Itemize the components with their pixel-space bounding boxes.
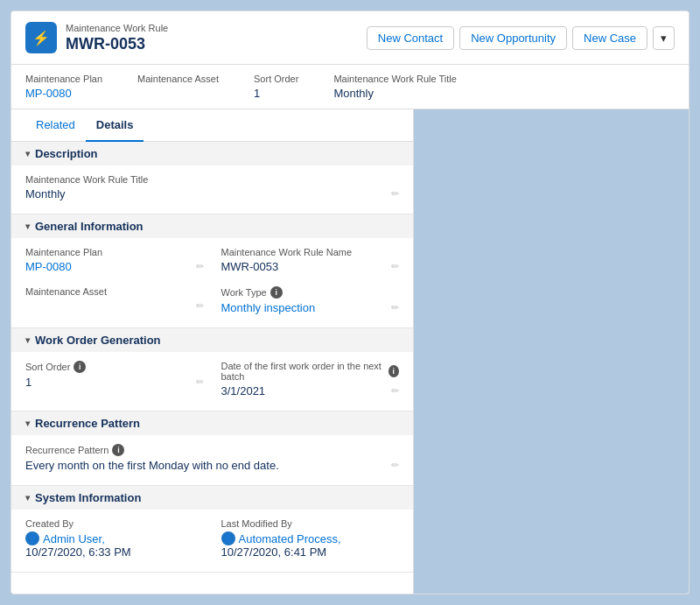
highlight-work-rule-title: Maintenance Work Rule Title Monthly	[333, 74, 456, 100]
section-system-info-title: System Information	[35, 491, 141, 504]
field-first-work-order-date: Date of the first work order in the next…	[221, 361, 400, 402]
field-maintenance-asset-label: Maintenance Asset	[25, 286, 204, 297]
section-work-order-header[interactable]: ▾ Work Order Generation	[11, 328, 413, 352]
field-maintenance-asset-value: ✏	[25, 299, 204, 317]
header-actions: New Contact New Opportunity New Case ▾	[367, 26, 675, 50]
section-recurrence-body: Recurrence Pattern i Every month on the …	[11, 435, 413, 485]
created-by-date: 10/27/2020, 6:33 PM	[25, 545, 131, 559]
field-maintenance-plan-value[interactable]: MP-0080 ✏	[25, 260, 204, 278]
avatar-icon: 👤	[221, 531, 235, 545]
field-sort-order-label: Sort Order i	[25, 361, 204, 373]
field-modified-by-label: Last Modified By	[221, 518, 400, 529]
section-system-info-header[interactable]: ▾ System Information	[11, 486, 413, 510]
section-description-header[interactable]: ▾ Description	[11, 142, 413, 165]
chevron-icon: ▾	[25, 149, 30, 158]
section-general-info-body: Maintenance Plan MP-0080 ✏ Maintenance W…	[11, 238, 413, 327]
field-modified-by: Last Modified By 👤 Automated Process, 10…	[221, 518, 400, 563]
app-icon: ⚡	[25, 22, 57, 53]
chevron-icon: ▾	[25, 222, 30, 231]
field-first-work-order-date-label: Date of the first work order in the next…	[221, 361, 400, 382]
highlight-sort-value: 1	[254, 87, 298, 100]
field-maintenance-plan: Maintenance Plan MP-0080 ✏	[25, 247, 204, 278]
section-general-info-header[interactable]: ▾ General Information	[11, 215, 413, 238]
highlight-maintenance-asset: Maintenance Asset	[137, 74, 219, 100]
highlight-sort-order: Sort Order 1	[254, 74, 298, 100]
field-work-rule-title: Maintenance Work Rule Title Monthly ✏	[25, 174, 399, 205]
highlights-bar: Maintenance Plan MP-0080 Maintenance Ass…	[11, 65, 689, 109]
field-work-rule-title-label: Maintenance Work Rule Title	[25, 174, 399, 185]
edit-icon[interactable]: ✏	[196, 376, 204, 388]
field-work-rule-name: Maintenance Work Rule Name MWR-0053 ✏	[221, 247, 400, 278]
section-description-title: Description	[35, 147, 98, 160]
field-recurrence-pattern-value: Every month on the first Monday with no …	[25, 459, 399, 476]
edit-icon[interactable]: ✏	[391, 188, 399, 200]
highlight-asset-value	[137, 87, 219, 100]
field-created-by-label: Created By	[25, 518, 204, 529]
record-name: MWR-0053	[66, 35, 168, 53]
section-system-info: ▾ System Information Created By 👤 Admin …	[11, 486, 413, 573]
section-recurrence-header[interactable]: ▾ Recurrence Pattern	[11, 412, 413, 435]
field-created-by-value: 👤 Admin User, 10/27/2020, 6:33 PM	[25, 531, 204, 563]
field-work-type-value[interactable]: Monthly inspection ✏	[221, 301, 400, 319]
field-recurrence-pattern-label: Recurrence Pattern i	[25, 444, 399, 456]
tab-related[interactable]: Related	[25, 109, 86, 142]
new-case-button[interactable]: New Case	[572, 26, 648, 50]
edit-icon[interactable]: ✏	[196, 300, 204, 312]
more-actions-dropdown[interactable]: ▾	[653, 26, 675, 50]
new-contact-button[interactable]: New Contact	[367, 26, 454, 50]
section-general-info: ▾ General Information Maintenance Plan M…	[11, 215, 413, 328]
edit-icon[interactable]: ✏	[391, 460, 399, 471]
section-work-order-title: Work Order Generation	[35, 334, 161, 347]
field-maintenance-plan-label: Maintenance Plan	[25, 247, 204, 257]
field-work-rule-name-value: MWR-0053 ✏	[221, 260, 400, 278]
field-created-by: Created By 👤 Admin User, 10/27/2020, 6:3…	[25, 518, 204, 563]
section-description-body: Maintenance Work Rule Title Monthly ✏	[11, 165, 413, 214]
object-type: Maintenance Work Rule	[66, 23, 168, 33]
info-icon[interactable]: i	[388, 365, 399, 377]
right-panel	[414, 109, 689, 594]
avatar-icon: 👤	[25, 531, 39, 545]
field-modified-by-value: 👤 Automated Process, 10/27/2020, 6:41 PM	[221, 531, 400, 563]
info-icon[interactable]: i	[270, 286, 283, 299]
edit-icon[interactable]: ✏	[391, 261, 399, 272]
section-work-order-body: Sort Order i 1 ✏ Date of the first work …	[11, 352, 413, 411]
info-icon[interactable]: i	[112, 444, 124, 456]
chevron-icon: ▾	[25, 335, 30, 345]
section-work-order: ▾ Work Order Generation Sort Order i 1 ✏	[11, 328, 413, 412]
highlight-title-value: Monthly	[333, 87, 456, 100]
field-work-type: Work Type i Monthly inspection ✏	[221, 286, 400, 319]
edit-icon[interactable]: ✏	[391, 385, 399, 397]
field-sort-order: Sort Order i 1 ✏	[25, 361, 204, 402]
created-by-name[interactable]: Admin User,	[43, 532, 105, 545]
edit-icon[interactable]: ✏	[196, 261, 204, 272]
field-recurrence-pattern: Recurrence Pattern i Every month on the …	[25, 444, 399, 476]
section-description: ▾ Description Maintenance Work Rule Titl…	[11, 142, 413, 215]
new-opportunity-button[interactable]: New Opportunity	[459, 26, 567, 50]
modified-by-date: 10/27/2020, 6:41 PM	[221, 545, 327, 559]
section-system-info-body: Created By 👤 Admin User, 10/27/2020, 6:3…	[11, 510, 413, 572]
modified-by-name[interactable]: Automated Process,	[239, 532, 341, 545]
field-work-rule-name-label: Maintenance Work Rule Name	[221, 247, 400, 257]
field-sort-order-value: 1 ✏	[25, 376, 204, 393]
highlight-plan-value[interactable]: MP-0080	[25, 87, 102, 100]
tab-details[interactable]: Details	[86, 109, 144, 142]
section-general-info-title: General Information	[35, 220, 144, 233]
detail-panel: Related Details ▾ Description Maintenanc…	[11, 109, 414, 594]
field-maintenance-asset: Maintenance Asset ✏	[25, 286, 204, 319]
info-icon[interactable]: i	[74, 361, 86, 373]
edit-icon[interactable]: ✏	[391, 302, 399, 313]
section-recurrence: ▾ Recurrence Pattern Recurrence Pattern …	[11, 412, 413, 486]
field-first-work-order-date-value: 3/1/2021 ✏	[221, 384, 400, 402]
chevron-icon: ▾	[25, 419, 30, 428]
tabs: Related Details	[11, 109, 413, 142]
field-work-type-label: Work Type i	[221, 286, 400, 299]
field-work-rule-title-value: Monthly ✏	[25, 187, 399, 205]
chevron-icon: ▾	[25, 493, 30, 503]
highlight-maintenance-plan: Maintenance Plan MP-0080	[25, 74, 102, 100]
section-recurrence-title: Recurrence Pattern	[35, 417, 140, 430]
